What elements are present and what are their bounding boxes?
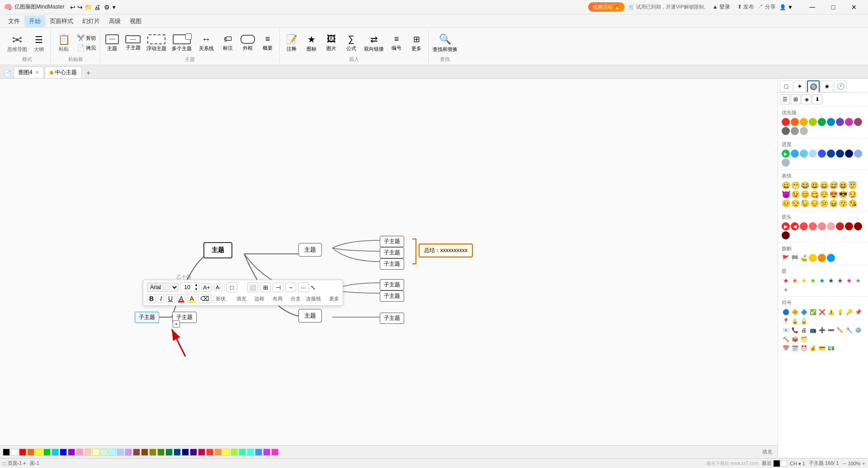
sym-28[interactable]: 💰: [809, 344, 817, 352]
cs-31[interactable]: [247, 449, 254, 456]
star-icon-7[interactable]: ★: [836, 276, 844, 285]
float-extra-icon[interactable]: ⤡: [311, 284, 316, 291]
highlight-btn[interactable]: A: [187, 294, 196, 303]
arrow-icon-5[interactable]: [818, 222, 826, 230]
maximize-btn[interactable]: □: [823, 0, 844, 14]
menu-advanced[interactable]: 高级: [104, 15, 125, 27]
color-swatch-yellow[interactable]: [35, 449, 42, 456]
priority-icon-2[interactable]: [791, 118, 799, 126]
star-icon-6[interactable]: ★: [827, 276, 835, 285]
sym-5[interactable]: ❌: [818, 308, 826, 316]
minimize-btn[interactable]: ─: [802, 0, 823, 14]
eraser-btn[interactable]: ⌫: [198, 294, 212, 303]
bold-btn[interactable]: B: [147, 294, 156, 303]
emoji-11[interactable]: 😊: [801, 190, 810, 199]
arrow-icon-10[interactable]: [782, 231, 790, 239]
star-icon-1[interactable]: ★: [782, 276, 790, 285]
subtopic-1-2[interactable]: 子主题: [380, 247, 404, 258]
sym-9[interactable]: 📌: [854, 308, 862, 316]
relation-btn[interactable]: ↔ 关系线: [195, 33, 217, 53]
font-size-input[interactable]: [181, 284, 193, 291]
page-indicator[interactable]: 页面-1: [8, 460, 22, 467]
priority-icon-8[interactable]: [845, 118, 853, 126]
emoji-21[interactable]: 😕: [820, 199, 829, 208]
add-page-btn[interactable]: +: [23, 460, 26, 467]
prog-icon-5[interactable]: [818, 150, 826, 158]
add-subtopic-btn[interactable]: +: [173, 320, 180, 328]
undo-btn[interactable]: ↩: [70, 4, 75, 11]
priority-icon-3[interactable]: [800, 118, 808, 126]
panel-view-download[interactable]: ⬇: [812, 94, 822, 104]
arrow-icon-8[interactable]: [845, 222, 853, 230]
prog-icon-1[interactable]: ▶: [782, 150, 790, 158]
emoji-18[interactable]: 😒: [791, 199, 800, 208]
emoji-24[interactable]: 😘: [848, 199, 857, 208]
connector-btn[interactable]: ~: [285, 282, 296, 292]
emoji-23[interactable]: 😗: [839, 199, 848, 208]
sym-17[interactable]: ➕: [818, 326, 826, 334]
font-bigger-btn[interactable]: A+: [201, 283, 212, 292]
font-family-select[interactable]: Arial: [147, 283, 179, 292]
flag-4[interactable]: [809, 254, 817, 262]
cs-25[interactable]: [198, 449, 205, 456]
cs-33[interactable]: [263, 449, 270, 456]
star-icon-8[interactable]: ★: [845, 276, 853, 285]
more-insert-btn[interactable]: ⊞ 更多: [407, 33, 425, 53]
shape-icon-btn[interactable]: □: [226, 282, 237, 292]
central-topic-left[interactable]: 主题: [203, 242, 232, 258]
emoji-19[interactable]: 😓: [801, 199, 810, 208]
sym-21[interactable]: ⚙️: [854, 326, 862, 334]
arrow-icon-7[interactable]: [836, 222, 844, 230]
cs-34[interactable]: [271, 449, 278, 456]
color-swatch-peach[interactable]: [84, 449, 91, 456]
emoji-10[interactable]: 😉: [791, 190, 800, 199]
sym-25[interactable]: 📅: [782, 344, 790, 352]
prog-icon-4[interactable]: [809, 150, 817, 158]
font-color-btn[interactable]: A: [177, 294, 185, 303]
sym-19[interactable]: ✏️: [836, 326, 844, 334]
emoji-1[interactable]: 😀: [782, 181, 791, 190]
color-swatch-dg[interactable]: [157, 449, 165, 456]
tab-central-topic[interactable]: 中心主题: [45, 66, 82, 78]
sym-14[interactable]: 📞: [791, 326, 799, 334]
sym-16[interactable]: 📺: [809, 326, 817, 334]
tab-close[interactable]: ✕: [35, 70, 39, 75]
sym-27[interactable]: ⏰: [800, 344, 808, 352]
panel-tab-style[interactable]: ✦: [793, 80, 806, 92]
sym-29[interactable]: 💳: [818, 344, 826, 352]
emoji-20[interactable]: 😔: [810, 199, 819, 208]
subtopic-1-1[interactable]: 子主题: [380, 236, 404, 247]
star-icon-5[interactable]: ★: [818, 276, 826, 285]
more-float-btn[interactable]: ···: [298, 282, 309, 292]
prog-icon-9[interactable]: [854, 150, 862, 158]
priority-icon-4[interactable]: [809, 118, 817, 126]
emoji-12[interactable]: 😋: [810, 190, 819, 199]
priority-icon-5[interactable]: [818, 118, 826, 126]
sym-22[interactable]: 🔨: [782, 335, 790, 343]
arrow-icon-2[interactable]: ◀: [791, 222, 799, 230]
menu-start[interactable]: 开始: [24, 15, 45, 27]
find-replace-btn[interactable]: 🔍 查找和替换: [431, 33, 458, 54]
arrow-icon-9[interactable]: [854, 222, 862, 230]
subtopic-2-1[interactable]: 子主题: [380, 279, 404, 290]
color-swatch-lp[interactable]: [125, 449, 132, 456]
redo-btn[interactable]: ↪: [77, 4, 83, 11]
topic-node-1[interactable]: 主题: [298, 243, 322, 257]
summary-btn[interactable]: ≡ 概要: [259, 33, 277, 52]
menu-view[interactable]: 视图: [125, 15, 146, 27]
cs-29[interactable]: [231, 449, 238, 456]
sym-8[interactable]: 🔑: [845, 308, 853, 316]
emoji-6[interactable]: 😅: [829, 181, 838, 190]
left-subtopic-1[interactable]: 子主题: [135, 312, 159, 323]
emoji-8[interactable]: 😇: [848, 181, 857, 190]
underline-btn[interactable]: U: [166, 294, 175, 303]
emoji-3[interactable]: 😂: [801, 181, 810, 190]
subtopic-3-1[interactable]: 子主题: [380, 313, 404, 324]
arrow-icon-4[interactable]: [809, 222, 817, 230]
prog-icon-6[interactable]: [827, 150, 835, 158]
publish-btn[interactable]: ⬆ 发布: [737, 3, 754, 11]
font-smaller-btn[interactable]: A-: [214, 284, 222, 291]
color-swatch-dbr[interactable]: [133, 449, 140, 456]
tab-diagram4[interactable]: 图图4 ✕: [14, 66, 44, 78]
cs-32[interactable]: [255, 449, 262, 456]
